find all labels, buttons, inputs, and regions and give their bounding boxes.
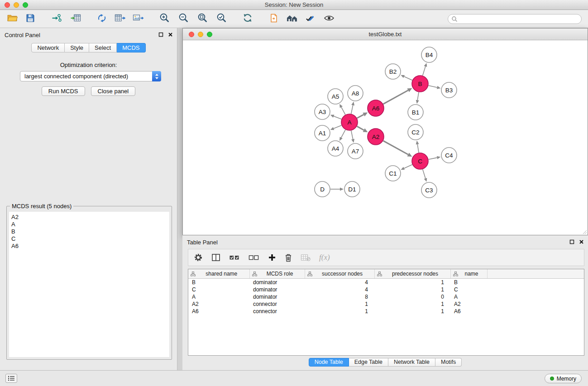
cell-successor-nodes[interactable]: 4 — [305, 279, 374, 286]
graph-edge-A-A6[interactable] — [357, 112, 368, 118]
import-table-button[interactable] — [68, 11, 83, 27]
graph-node-A7[interactable]: A7 — [348, 143, 363, 159]
mcds-result-list[interactable]: A2ABCA6 — [9, 212, 169, 357]
graph-node-D[interactable]: D — [315, 181, 330, 197]
cell-predecessor-nodes[interactable]: 1 — [374, 300, 450, 308]
graph-edge-D-D1[interactable] — [330, 188, 344, 191]
graph-node-C1[interactable]: C1 — [385, 166, 401, 181]
table-row[interactable]: A2connector11A2 — [188, 300, 584, 308]
cell-name[interactable]: C — [450, 286, 487, 293]
float-table-panel-icon[interactable] — [569, 239, 574, 244]
cell-shared-name[interactable]: B — [188, 279, 249, 286]
graph-node-A8[interactable]: A8 — [348, 86, 363, 101]
column-header-name[interactable]: name — [450, 269, 487, 279]
tab-node-table[interactable]: Node Table — [309, 358, 349, 367]
select-all-button[interactable] — [229, 254, 240, 261]
cell-shared-name[interactable]: C — [188, 286, 249, 293]
zoom-selected-button[interactable] — [214, 11, 229, 27]
tab-edge-table[interactable]: Edge Table — [349, 358, 388, 367]
graph-node-A4[interactable]: A4 — [328, 141, 343, 156]
cell-successor-nodes[interactable]: 8 — [305, 293, 374, 300]
graph-node-C[interactable]: C — [412, 153, 428, 169]
graph-node-B4[interactable]: B4 — [421, 47, 437, 62]
cell-name[interactable]: A — [450, 293, 487, 300]
graph-node-A6[interactable]: A6 — [368, 100, 384, 116]
tab-motifs[interactable]: Motifs — [435, 358, 462, 367]
graph-node-B3[interactable]: B3 — [441, 82, 457, 98]
graph-node-B[interactable]: B — [412, 76, 428, 92]
graph-node-B2[interactable]: B2 — [385, 64, 401, 79]
graph-node-A5[interactable]: A5 — [328, 89, 343, 104]
cell-mcds-role[interactable]: dominator — [249, 286, 305, 293]
graph-node-D1[interactable]: D1 — [344, 181, 360, 197]
cell-name[interactable]: B — [450, 279, 487, 286]
apply-style-button[interactable] — [302, 11, 318, 27]
search-input[interactable] — [448, 14, 582, 24]
table-row[interactable]: A6connector11A6 — [188, 308, 584, 315]
open-session-button[interactable] — [5, 11, 20, 27]
cell-predecessor-nodes[interactable]: 1 — [374, 308, 450, 315]
home-button[interactable] — [284, 11, 300, 27]
cell-predecessor-nodes[interactable]: 1 — [374, 279, 450, 286]
network-graph[interactable]: AA1A2A3A4A5A6A7A8BB1B2B3B4CC1C2C3C4DD1 — [183, 40, 588, 235]
export-table-button[interactable] — [112, 11, 128, 27]
show-columns-button[interactable] — [211, 253, 220, 262]
result-item[interactable]: B — [11, 228, 169, 235]
zoom-out-button[interactable] — [176, 11, 191, 27]
network-minimize-button[interactable] — [198, 32, 203, 37]
network-canvas[interactable]: AA1A2A3A4A5A6A7A8BB1B2B3B4CC1C2C3C4DD1 — [183, 40, 588, 235]
cell-successor-nodes[interactable]: 1 — [305, 300, 374, 308]
cell-predecessor-nodes[interactable]: 1 — [374, 286, 450, 293]
table-row[interactable]: Cdominator41C — [188, 286, 584, 293]
graph-edge-C-C1[interactable] — [401, 165, 412, 170]
memory-button[interactable]: Memory — [545, 374, 582, 383]
graph-node-C3[interactable]: C3 — [421, 182, 437, 198]
save-session-button[interactable] — [23, 11, 38, 27]
graph-edge-A6-B[interactable] — [383, 88, 412, 104]
float-panel-icon[interactable] — [158, 32, 163, 37]
graph-edge-A-A4[interactable] — [339, 130, 345, 141]
zoom-window-button[interactable] — [23, 2, 28, 8]
network-zoom-button[interactable] — [207, 32, 212, 37]
column-header-mcds-role[interactable]: MCDS role — [249, 269, 305, 279]
first-neighbors-button[interactable] — [266, 11, 282, 27]
delete-table-button[interactable] — [301, 254, 311, 261]
cell-successor-nodes[interactable]: 4 — [305, 286, 374, 293]
graph-node-B1[interactable]: B1 — [408, 105, 423, 120]
import-network-button[interactable] — [49, 11, 64, 27]
cell-name[interactable]: A2 — [450, 300, 487, 308]
cell-shared-name[interactable]: A6 — [188, 308, 249, 315]
graph-edge-B-B3[interactable] — [429, 86, 441, 89]
graph-edge-B-B2[interactable] — [401, 75, 412, 80]
graph-edge-B-B1[interactable] — [416, 92, 419, 104]
tab-select[interactable]: Select — [89, 43, 117, 52]
graph-node-C2[interactable]: C2 — [408, 124, 423, 140]
zoom-fit-button[interactable] — [195, 11, 210, 27]
run-mcds-button[interactable]: Run MCDS — [42, 86, 85, 96]
show-hide-button[interactable] — [321, 11, 337, 27]
refresh-view-button[interactable] — [240, 11, 255, 27]
cell-shared-name[interactable]: A2 — [188, 300, 249, 308]
result-item[interactable]: C — [11, 235, 169, 243]
graph-node-A[interactable]: A — [341, 114, 358, 130]
table-row[interactable]: Bdominator41B — [188, 279, 584, 286]
export-image-button[interactable] — [130, 11, 146, 27]
column-header-successor-nodes[interactable]: successor nodes — [305, 269, 374, 279]
result-item[interactable]: A6 — [11, 243, 169, 250]
graph-node-A3[interactable]: A3 — [315, 104, 330, 119]
tab-network-table[interactable]: Network Table — [388, 358, 435, 367]
graph-edge-C-C4[interactable] — [429, 156, 441, 159]
graph-edge-A-A1[interactable] — [330, 125, 342, 130]
cell-predecessor-nodes[interactable]: 0 — [374, 293, 450, 300]
criterion-dropdown[interactable]: largest connected component (directed) — [20, 71, 161, 81]
close-window-button[interactable] — [5, 2, 10, 8]
graph-node-A1[interactable]: A1 — [315, 125, 330, 141]
cell-successor-nodes[interactable]: 1 — [305, 308, 374, 315]
minimize-window-button[interactable] — [14, 2, 19, 8]
graph-edge-B-B4[interactable] — [423, 63, 427, 76]
tab-mcds[interactable]: MCDS — [117, 43, 145, 52]
column-header-shared-name[interactable]: shared name — [188, 269, 249, 279]
graph-edge-C-C3[interactable] — [423, 169, 427, 182]
task-history-button[interactable] — [5, 374, 17, 383]
tab-style[interactable]: Style — [65, 43, 89, 52]
